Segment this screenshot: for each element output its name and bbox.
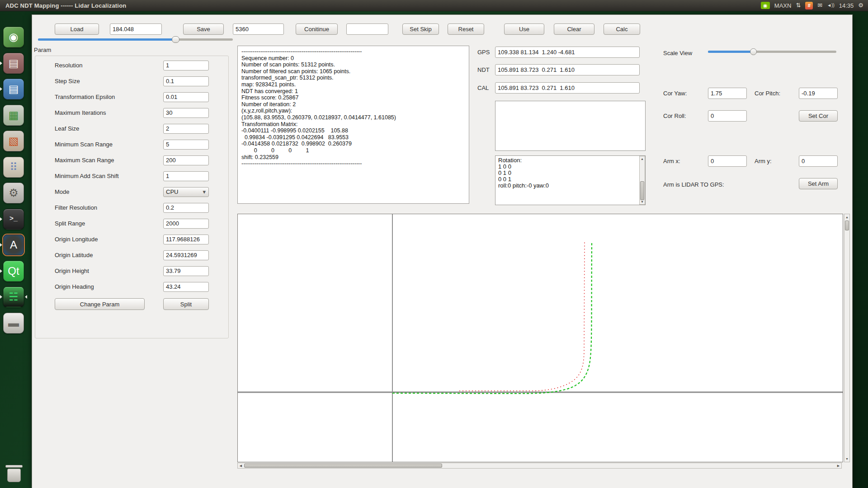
plot-horizontal-scrollbar[interactable]: ◀ ▶	[237, 463, 842, 469]
cal-label: CAL	[477, 84, 489, 91]
scale-view-slider[interactable]	[708, 48, 836, 55]
cal-pose-field[interactable]: 105.891 83.723 0.271 1.610	[495, 82, 640, 94]
arm-note-label: Arm is LIDAR TO GPS:	[663, 181, 724, 188]
sequence-slider-knob[interactable]	[172, 36, 179, 43]
launcher-dock: ◉ ▤ ▤ ▦ ▧ ⠿ ⚙ >_ A Qt	[0, 11, 29, 488]
save-index-field[interactable]: 5360	[233, 23, 284, 35]
arm-y-label: Arm y:	[755, 158, 772, 164]
cor-yaw-label: Cor Yaw:	[663, 90, 687, 97]
ndt-log-output[interactable]: ----------------------------------------…	[237, 46, 469, 204]
dock-item-qt-creator-icon[interactable]: Qt	[3, 261, 24, 282]
change-param-button[interactable]: Change Param	[55, 298, 145, 310]
reset-button[interactable]: Reset	[448, 23, 484, 35]
cor-pitch-label: Cor Pitch:	[755, 90, 780, 97]
gps-pose-field[interactable]: 109.338 81.134 1.240 -4.681	[495, 47, 640, 58]
load-index-field[interactable]: 184.048	[110, 23, 162, 35]
set-skip-button[interactable]: Set Skip	[402, 23, 439, 35]
cor-pitch-field[interactable]: -0.19	[799, 88, 838, 99]
plot-vertical-scrollbar[interactable]: ▲ ▼	[844, 214, 850, 462]
scale-view-slider-knob[interactable]	[750, 48, 757, 55]
dock-item-disk-icon[interactable]: ▬	[3, 313, 24, 333]
use-button[interactable]: Use	[504, 23, 544, 35]
mail-icon[interactable]: ✉	[817, 1, 822, 9]
dock-item-impress-icon[interactable]: ▧	[3, 131, 24, 151]
clear-button[interactable]: Clear	[554, 23, 594, 35]
dock-item-lidar-viewer-icon[interactable]: ☵	[3, 286, 24, 307]
dock-item-autoware-icon[interactable]: A	[3, 235, 24, 255]
dock-item-ubuntu-dash-icon[interactable]: ◉	[3, 27, 24, 47]
cor-roll-field[interactable]: 0	[708, 110, 747, 122]
trajectory-plot	[238, 214, 843, 462]
continue-button[interactable]: Conitinue	[296, 23, 338, 35]
nvidia-mode-label: MAXN	[774, 2, 792, 9]
dock-item-writer-icon[interactable]: ▤	[3, 79, 24, 99]
dock-item-system-settings-icon[interactable]: ⚙	[3, 183, 24, 203]
scroll-right-arrow[interactable]: ▶	[836, 463, 841, 468]
ndt-trajectory-path	[392, 243, 592, 394]
load-button[interactable]: Load	[55, 23, 99, 35]
clock[interactable]: 14:35	[839, 2, 854, 9]
arm-y-field[interactable]: 0	[799, 155, 838, 167]
network-updown-icon[interactable]: ⇅	[796, 1, 801, 9]
cor-roll-label: Cor Roll:	[663, 113, 686, 119]
top-panel: ADC NDT Mapping ------ Lidar Localizatio…	[0, 0, 868, 11]
window-title: ADC NDT Mapping ------ Lidar Localizatio…	[5, 2, 126, 9]
app-window: Load 184.048 Save 5360 Conitinue Set Ski…	[32, 14, 853, 488]
session-gear-icon[interactable]: ⚙	[858, 1, 863, 9]
arm-x-field[interactable]: 0	[708, 155, 747, 167]
param-groupbox: Resolution 1 Step Size 0.1 Transformatio…	[35, 56, 229, 338]
calc-button[interactable]: Calc	[604, 23, 640, 35]
rotation-scrollbar[interactable]: ▲ ▼	[639, 156, 645, 205]
param-section-title: Param	[34, 47, 51, 53]
gps-trajectory-path	[459, 241, 585, 391]
dock-item-software-center-icon[interactable]: ⠿	[3, 157, 24, 178]
scroll-down-arrow[interactable]: ▼	[844, 456, 849, 461]
dock-item-terminal-icon[interactable]: >_	[3, 209, 24, 230]
ndt-pose-field[interactable]: 105.891 83.723 0.271 1.610	[495, 64, 640, 75]
trajectory-plot-canvas[interactable]	[237, 214, 843, 462]
scroll-left-arrow[interactable]: ◀	[238, 463, 243, 468]
dock-item-calc-icon[interactable]: ▦	[3, 105, 24, 126]
rotation-output-box[interactable]: Rotation:1 0 00 1 00 0 1roll:0 pitch:-0 …	[495, 155, 646, 205]
dock-item-files-icon[interactable]: ▤	[3, 53, 24, 74]
volume-icon[interactable]: ◄))	[827, 1, 835, 9]
save-button[interactable]: Save	[183, 23, 224, 35]
set-cor-button[interactable]: Set Cor	[799, 110, 838, 122]
scroll-up-arrow[interactable]: ▲	[844, 215, 849, 220]
nvidia-icon[interactable]: ◉	[761, 2, 770, 9]
aux-display-box	[495, 101, 646, 151]
scale-view-label: Scale View	[663, 50, 692, 56]
arm-x-label: Arm x:	[663, 158, 680, 164]
continue-field[interactable]	[346, 23, 388, 35]
set-arm-button[interactable]: Set Arm	[799, 178, 838, 189]
gps-label: GPS	[477, 49, 490, 56]
ndt-label: NDT	[477, 66, 490, 73]
sequence-slider[interactable]	[38, 36, 233, 43]
input-method-icon[interactable]: #	[805, 2, 813, 9]
cor-yaw-field[interactable]: 1.75	[708, 88, 747, 99]
split-button[interactable]: Split	[163, 298, 209, 310]
